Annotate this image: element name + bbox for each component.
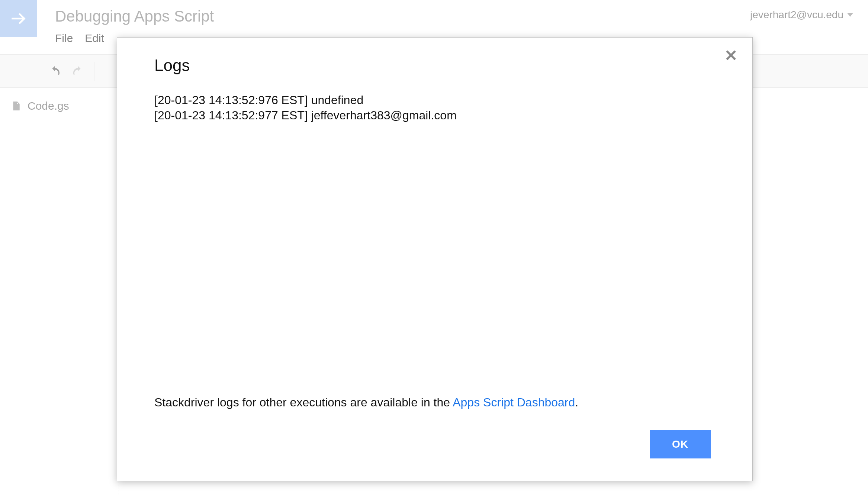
menu-file[interactable]: File bbox=[55, 32, 73, 45]
modal-title: Logs bbox=[154, 56, 715, 75]
user-account-menu[interactable]: jeverhart2@vcu.edu bbox=[750, 9, 853, 21]
log-line: [20-01-23 14:13:52:977 EST] jeffeverhart… bbox=[154, 108, 715, 123]
apps-script-logo bbox=[0, 0, 37, 37]
footer-prefix: Stackdriver logs for other executions ar… bbox=[154, 396, 453, 409]
modal-footer-text: Stackdriver logs for other executions ar… bbox=[154, 396, 715, 409]
file-icon bbox=[11, 100, 21, 112]
menu-edit[interactable]: Edit bbox=[85, 32, 104, 45]
footer-suffix: . bbox=[575, 396, 578, 409]
user-email: jeverhart2@vcu.edu bbox=[750, 9, 843, 21]
file-sidebar: Code.gs bbox=[0, 88, 119, 496]
file-item[interactable]: Code.gs bbox=[0, 97, 119, 115]
logs-modal: ✕ Logs [20-01-23 14:13:52:976 EST] undef… bbox=[117, 37, 753, 481]
apps-script-dashboard-link[interactable]: Apps Script Dashboard bbox=[453, 396, 575, 409]
arrow-right-icon bbox=[8, 8, 29, 29]
log-line: [20-01-23 14:13:52:976 EST] undefined bbox=[154, 93, 715, 108]
ok-button[interactable]: OK bbox=[650, 430, 711, 458]
chevron-down-icon bbox=[847, 13, 853, 17]
close-icon[interactable]: ✕ bbox=[724, 48, 737, 64]
redo-icon[interactable] bbox=[71, 65, 84, 78]
undo-icon[interactable] bbox=[48, 65, 62, 78]
project-title[interactable]: Debugging Apps Script bbox=[55, 7, 868, 25]
toolbar-divider bbox=[94, 62, 94, 81]
log-output: [20-01-23 14:13:52:976 EST] undefined [2… bbox=[154, 93, 715, 396]
file-name: Code.gs bbox=[28, 100, 69, 112]
modal-actions: OK bbox=[154, 430, 715, 458]
